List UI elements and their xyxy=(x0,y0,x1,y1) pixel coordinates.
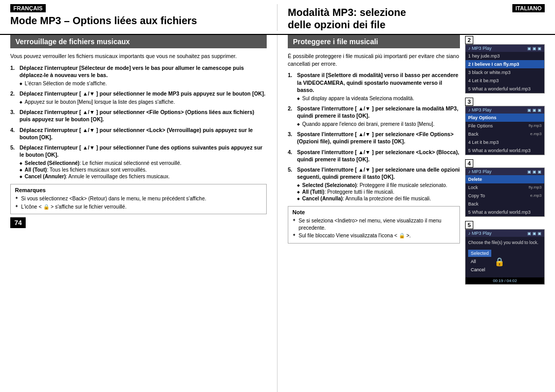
screen-item: 5 What a wonderful world.mp3 xyxy=(466,208,544,216)
lang-badge-italian: ITALIANO xyxy=(512,4,545,12)
list-item: 4. Déplacez l'interrupteur [ ▲/▼ ] pour … xyxy=(10,126,267,141)
list-item: Si vous sélectionnez <Back> (Retour) dan… xyxy=(15,195,262,202)
screen-3-topbar: ♪ MP3 Play ▣ ▣ ▣ xyxy=(466,106,544,114)
screen-5-label: 5 xyxy=(465,221,473,229)
screen-4-wrapper: 4 ♪ MP3 Play ▣ ▣ ▣ Delete Lockfly.mp3 Co… xyxy=(465,167,545,217)
screen-5-prompt: Choose the file(s) you would to lock. xyxy=(468,240,542,246)
header-left: FRANÇAIS Mode MP3 – Options liées aux fi… xyxy=(10,4,278,31)
list-item: 4. Spostare l'interruttore [ ▲/▼ ] per s… xyxy=(288,148,460,163)
list-item: 5. Déplacez l'interrupteur [ ▲/▼ ] pour … xyxy=(10,144,267,180)
screen-4: ♪ MP3 Play ▣ ▣ ▣ Delete Lockfly.mp3 Copy… xyxy=(465,167,545,217)
screen-3-label: 3 xyxy=(465,98,473,106)
list-item: Sul file bloccato Viene visualizzata l'i… xyxy=(292,232,455,239)
screen-item-copy: Copy Toe.mp3 xyxy=(466,192,544,200)
screen-5-topbar: ♪ MP3 Play ▣ ▣ ▣ xyxy=(466,230,544,237)
col-right: Proteggere i file musicali È possibile p… xyxy=(278,35,555,392)
screen-5-cancel: Cancel xyxy=(468,266,491,273)
screen-4-topbar: ♪ MP3 Play ▣ ▣ ▣ xyxy=(466,168,544,175)
list-item: 2. Spostare l'interruttore [ ▲/▼ ] per s… xyxy=(288,105,460,127)
screen-item-back: Backe.mp3 xyxy=(466,130,544,138)
screen-5-timecode: 00:19 / 04:02 xyxy=(466,277,544,284)
screen-2: ♪ MP3 Play ▣ ▣ ▣ 1 hey jude.mp3 2 I beli… xyxy=(465,44,545,94)
note-list: Se si seleziona <Indietro> nel menu, vie… xyxy=(292,217,455,239)
screen-item: 1 hey jude.mp3 xyxy=(466,52,544,60)
screen-3-wrapper: 3 ♪ MP3 Play ▣ ▣ ▣ Play Options File Opt… xyxy=(465,106,545,155)
screen-2-wrapper: 2 ♪ MP3 Play ▣ ▣ ▣ 1 hey jude.mp3 2 I be… xyxy=(465,44,545,94)
col-left: Verrouillage de fichiers musicaux Vous p… xyxy=(0,35,278,392)
list-item: 2. Déplacez l'interrupteur [ ▲/▼ ] pour … xyxy=(10,90,267,105)
screen-2-topbar: ♪ MP3 Play ▣ ▣ ▣ xyxy=(466,45,544,52)
screen-3: ♪ MP3 Play ▣ ▣ ▣ Play Options File Optio… xyxy=(465,106,545,155)
steps-list-left: 1. Déplacez l'interrupteur [Sélecteur de… xyxy=(10,64,267,180)
screen-item-lock: Lockfly.mp3 xyxy=(466,183,544,192)
screen-5: ♪ MP3 Play ▣ ▣ ▣ Choose the file(s) you … xyxy=(465,229,545,285)
screen-item: 4 Let it be.mp3 xyxy=(466,138,544,146)
header: FRANÇAIS Mode MP3 – Options liées aux fi… xyxy=(0,0,555,35)
header-right: ITALIANO Modalità MP3: selezione delle o… xyxy=(278,4,545,31)
section-header-right: Proteggere i file musicali xyxy=(288,35,460,48)
main-content: Verrouillage de fichiers musicaux Vous p… xyxy=(0,35,555,392)
header-title-right: Modalità MP3: selezione delle opzioni de… xyxy=(288,6,545,31)
screen-item: 5 What a wonderful world.mp3 xyxy=(466,146,544,155)
note-title: Note xyxy=(292,209,455,215)
section-header-left: Verrouillage de fichiers musicaux xyxy=(10,35,267,48)
screen-item: 3 black or white.mp3 xyxy=(466,68,544,77)
list-item: 3. Déplacez l'interrupteur [ ▲/▼ ] pour … xyxy=(10,108,267,123)
screen-4-label: 4 xyxy=(465,159,473,167)
remarques-box: Remarques Si vous sélectionnez <Back> (R… xyxy=(10,184,267,214)
lang-badge-french: FRANÇAIS xyxy=(10,4,46,12)
list-item: 1. Déplacez l'interrupteur [Sélecteur de… xyxy=(10,64,267,87)
list-item: 1. Spostare il [Selettore di modalità] v… xyxy=(288,71,460,102)
screen-item-play-options: Play Options xyxy=(466,114,544,122)
remarques-list: Si vous sélectionnez <Back> (Retour) dan… xyxy=(15,195,262,210)
steps-list-right: 1. Spostare il [Selettore di modalità] v… xyxy=(288,71,460,202)
page: FRANÇAIS Mode MP3 – Options liées aux fi… xyxy=(0,0,555,392)
screens-column: 2 ♪ MP3 Play ▣ ▣ ▣ 1 hey jude.mp3 2 I be… xyxy=(465,35,545,387)
header-title-left: Mode MP3 – Options liées aux fichiers xyxy=(10,14,267,27)
list-item: Se si seleziona <Indietro> nel menu, vie… xyxy=(292,217,455,231)
screen-item: 4 Let it be.mp3 xyxy=(466,77,544,85)
list-item: 3. Spostare l'interruttore [ ▲/▼ ] per s… xyxy=(288,130,460,145)
intro-right: È possibile proteggere i file musicali p… xyxy=(288,52,460,67)
intro-left: Vous pouvez verrouiller les fichiers mus… xyxy=(10,52,267,60)
remarques-title: Remarques xyxy=(15,187,262,193)
screen-5-body: Choose the file(s) you would to lock. Se… xyxy=(466,237,544,277)
screen-5-selected: Selected xyxy=(468,250,491,257)
screen-5-wrapper: 5 ♪ MP3 Play ▣ ▣ ▣ Choose the file(s) yo… xyxy=(465,229,545,285)
screen-item-delete: Delete xyxy=(466,175,544,183)
screen-5-all: All xyxy=(468,258,491,265)
lock-icon: 🔒 xyxy=(494,257,505,267)
note-box: Note Se si seleziona <Indietro> nel menu… xyxy=(288,206,460,244)
screen-item-file-options: File Optionsfly.mp3 xyxy=(466,122,544,130)
screen-item: 2 I believe I can fly.mp3 xyxy=(466,60,544,68)
page-number: 74 xyxy=(10,217,26,228)
list-item: 5. Spostare l'interruttore [ ▲/▼ ] per s… xyxy=(288,166,460,202)
screen-item-back2: Back xyxy=(466,200,544,208)
list-item: L'icône < 🔒 > s'affiche sur le fichier v… xyxy=(15,203,262,211)
screen-item: 5 What a wonderful world.mp3 xyxy=(466,85,544,93)
screen-2-label: 2 xyxy=(465,36,473,44)
right-text: Proteggere i file musicali È possibile p… xyxy=(288,35,460,387)
